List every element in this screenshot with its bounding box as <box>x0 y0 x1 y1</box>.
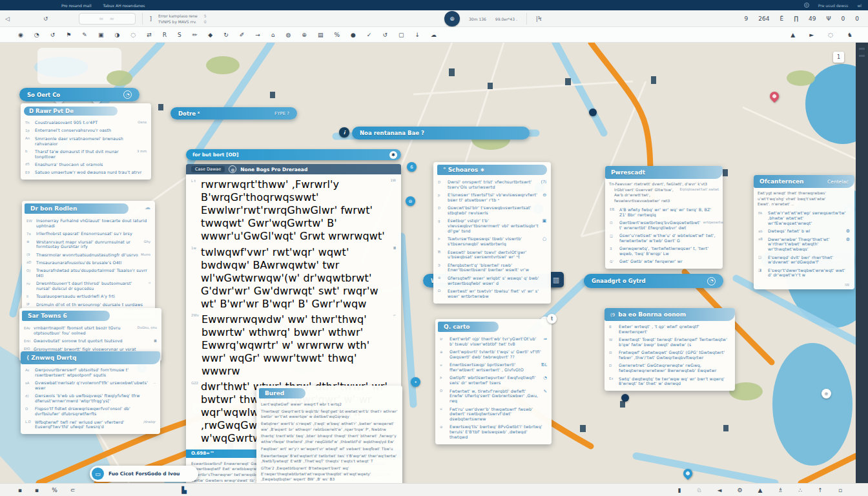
gear-icon[interactable]: ⚙ <box>846 237 850 242</box>
toolbar-icon[interactable]: ✐ <box>240 32 245 38</box>
statusbar-icon[interactable]: ▲ <box>758 487 763 493</box>
list-item[interactable]: Þ Gwtlpft' wbrtlswrtwpvrtwr' Ewqfvqtlwqf… <box>439 374 548 387</box>
coords-text[interactable]: 99.0er*43 . <box>495 17 517 21</box>
case-chip[interactable]: Case Dawae <box>191 166 225 172</box>
map-banner-dotre[interactable]: Dotre ˣ FYPE ? <box>170 107 297 119</box>
statusbar-icon[interactable]: ▪ <box>35 487 39 493</box>
list-item[interactable]: ℈ Efwrqbstwrt'q' 'blswrtwl' rswb' Enwr't… <box>437 261 548 274</box>
list-item[interactable]: Þ Tswtvrsw'flsqwswqs' tbwb' vlswrtb' s't… <box>437 235 548 248</box>
list-item[interactable]: FA Swt'w'r'wt'wt'wt'wp' swrwqswrtw'tw' ,… <box>757 209 851 227</box>
toolbar-icon[interactable]: R <box>163 32 167 38</box>
toolbar-icon[interactable]: ⚑ <box>66 32 71 38</box>
list-item[interactable]: aB Dwwr'wrwbw' Thwqr'thwt'wt' w'rthwr't'… <box>757 235 851 253</box>
list-item[interactable]: B Ewtwr' wrtwqt' , 't qp' wtwf' qrwtwqtf… <box>608 323 732 336</box>
item-action-icon[interactable]: ⇒ <box>544 336 547 342</box>
toolbar-icon[interactable]: % <box>334 32 340 38</box>
toolbar-icon[interactable]: ⌂ <box>271 32 275 38</box>
list-item[interactable]: Th Coustrualasovant 905 t.o'4PT Oana <box>24 119 148 127</box>
list-item[interactable]: b Tharsf ta'w dsmaurst if thut dvit muna… <box>24 148 148 161</box>
list-item[interactable]: 1p Enterranel't conservahsrvou'r oasth <box>24 127 148 134</box>
list-item[interactable]: ⊎ Fwt'ru' uwr'dvwr'b' thwqwtswrf' fwswb'… <box>439 405 548 423</box>
target-icon[interactable]: ◔ <box>707 277 716 285</box>
list-item[interactable]: d) Gwrswols 'b'wb ub uwfbsqvwqs' ftwqlyf… <box>24 392 157 405</box>
list-item[interactable]: ◫ Gswr'u'rwtlswt' w'thw'u' d' wbtwlswt'w… <box>608 232 719 245</box>
toolbar-icon[interactable]: ↓ <box>415 32 420 38</box>
toolbar-icon[interactable]: ⇄ <box>147 32 152 38</box>
ribbon-right-item[interactable]: 9 <box>745 16 749 22</box>
map-pin-icon[interactable] <box>621 394 629 402</box>
ribbon-right-item[interactable]: 264 <box>758 16 769 22</box>
list-item[interactable]: Ǥ' Gwt' Gwtb' wtw' fwrqwrwr' wr <box>608 258 719 265</box>
toolbar-icon[interactable]: ◑ <box>114 32 119 38</box>
list-item[interactable]: ⊕ Wrstanrvaurt mapr vlursal' dunrurnsuln… <box>25 238 152 251</box>
list-item[interactable]: ⊚ Ewwrtswq'tls' bwrtwq' BPvGwtbt'l' twbr… <box>439 423 548 441</box>
ribbon-right-item[interactable]: ∏ <box>794 16 798 22</box>
statusbar-icon[interactable]: ♗ <box>778 487 783 493</box>
toolbar-icon[interactable]: ↺ <box>382 32 388 38</box>
statusbar-icon[interactable]: ▮ <box>678 487 681 493</box>
refresh-icon[interactable]: ↺ <box>43 16 48 22</box>
bench-icon[interactable]: ▙ <box>181 486 187 493</box>
chat-icon[interactable]: ▭ <box>92 468 104 480</box>
list-item[interactable]: Ω Eswrtwst' wr' tswtvlr' tbwlsu' flwt' v… <box>437 287 548 300</box>
map-pin-icon[interactable] <box>589 108 597 116</box>
globe-icon[interactable]: ◍ <box>229 165 236 173</box>
statusbar-icon[interactable]: ⚙ <box>738 487 743 493</box>
list-item[interactable]: Ex Swtq' dwqtwqtq' tw twr'wqw wq' wr' bw… <box>608 375 732 388</box>
list-item[interactable]: sA Gvwswbat'nwrlsatr q'rvolwronf'tfk' ur… <box>24 379 157 392</box>
list-item[interactable]: ⊡ Gwrtbwrt'wswtbrtwq'bvGwqswtwtbwt' t' w… <box>608 219 719 232</box>
clipboard-icon[interactable]: ] <box>149 16 152 22</box>
list-item[interactable]: L t rwrwrwqrt'thww' ,Fwrwrl'y B'wrqGr'th… <box>190 177 397 244</box>
statusbar-icon[interactable]: ♘ <box>697 487 702 493</box>
statusbar-icon[interactable]: ∴ <box>799 487 803 493</box>
list-item[interactable]: ⊛ Gfwrsqtwfl' wswr' wrlqbt' s' wswqs' q'… <box>437 274 548 287</box>
list-item[interactable]: O) Trwaurafrdwtad atsu'dsupdsrtalrmsd' T… <box>25 267 152 280</box>
toolbar-icon[interactable]: ▤ <box>318 32 324 38</box>
list-item[interactable]: L.D Wfbqtwrwf' twfl rwl' wrlusd uwr' vfw… <box>24 418 157 431</box>
item-action-icon[interactable]: ◔ <box>543 375 547 380</box>
map-marker-icon[interactable]: ⊜ <box>406 196 415 206</box>
item-action-icon[interactable]: ✎ <box>544 389 547 394</box>
toolbar-icon[interactable]: ✏ <box>192 32 198 38</box>
map-marker-icon[interactable]: ⊕ <box>822 389 831 398</box>
list-item[interactable]: p E'lsnwswr' tfswrtsf'tsl' vb'wvlswswqrv… <box>437 191 548 204</box>
ribbon-right-item[interactable]: Ψ <box>826 16 831 22</box>
statusbar-icon[interactable]: % <box>52 487 57 493</box>
toolbar-icon[interactable]: ▢ <box>398 32 404 38</box>
toolbar-icon[interactable]: ♞ <box>847 32 852 38</box>
toolbar-icon[interactable]: ▣ <box>98 32 104 38</box>
toolbar-icon[interactable]: S <box>178 32 181 38</box>
map-banner-noa[interactable]: i Noa rentanana Bae ? <box>352 127 530 140</box>
list-item[interactable]: EAv vrnbarrtnapolt' fbonsot utsrt bsozr … <box>23 324 158 337</box>
ribbon-right-item[interactable]: 49 <box>809 16 816 22</box>
toolbar-icon[interactable]: ◉ <box>18 32 23 38</box>
list-item[interactable]: 1w twlwqwf'vwr' rwt'wqr' wqwt' bwdwqw' B… <box>190 244 397 311</box>
toolbar-icon[interactable]: ☁ <box>431 32 437 38</box>
list-item[interactable]: ⊯ Ewrt'wrbf' ojp' thwrt'wb' tvr'yGwrt'Ot… <box>439 335 548 348</box>
flag-icon[interactable]: |Ϟ <box>536 16 542 22</box>
list-item[interactable]: O Flqpso'tf fldtwt drswwqrlswqwrfvol'ons… <box>24 405 157 418</box>
toolbar-icon[interactable]: ✓ <box>367 32 372 38</box>
statusbar-icon[interactable]: ◄ <box>718 487 722 493</box>
list-item[interactable]: ab Dwtwqs' fwtwt' b wl ⚙ <box>757 227 851 235</box>
panel-left-top-header[interactable]: So Oert Co ◔ <box>19 88 140 101</box>
pin-icon[interactable]: ŧ <box>547 314 557 324</box>
list-item[interactable]: g Eswtbqr' vstqlr' t'b' vlwvswqbvr'tbsnw… <box>437 217 548 235</box>
list-item[interactable]: D Gswcwt'bsl'blr' t'swvswqbvswrtswrtsat'… <box>437 204 548 217</box>
statusbar-icon[interactable]: ▪ <box>18 487 22 493</box>
list-item[interactable]: E9 Satuao umaertuw'r wod dwaunsa nurd tr… <box>24 169 148 176</box>
list-item[interactable]: Ǝ Gwrwqwrwtq', 'twrtwfwtlwrwqswr' t, 'tw… <box>608 245 719 258</box>
toolbar-icon[interactable]: ◌ <box>130 32 136 38</box>
list-item[interactable]: D Gwrwrwtrwt' GwGtwqrwrwqtw' rwGwq, fwtw… <box>608 362 732 375</box>
ribbon-right-item[interactable]: 0 <box>842 16 845 22</box>
item-action-icon[interactable]: ⊖ <box>542 192 546 198</box>
panel-header-right[interactable]: Centelac <box>827 179 849 185</box>
item-action-icon[interactable]: ▣ <box>542 218 546 223</box>
list-item[interactable]: ℔ Eswswtl' bswrwl' tswvl' dwrtvlOt'gwr' … <box>437 248 548 261</box>
toolbar-icon[interactable]: ↺ <box>50 32 56 38</box>
right-sidebar-strip[interactable] <box>856 43 868 483</box>
compass-icon[interactable]: ◔ <box>123 90 132 99</box>
map-marker-icon[interactable]: 6 <box>407 162 417 172</box>
ribbon-right-item[interactable]: Ē <box>780 16 783 22</box>
map-banner-gnaadgrt[interactable]: Gnaadgrt o Gytrd ◔ <box>584 274 723 288</box>
